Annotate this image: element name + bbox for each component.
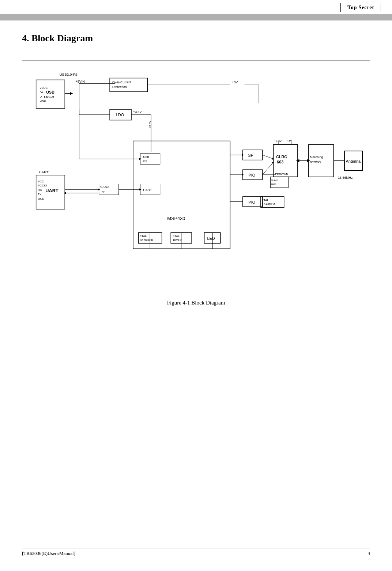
svg-line-54 bbox=[263, 155, 273, 159]
svg-text:+3.3V: +3.3V bbox=[274, 139, 282, 143]
svg-text:GND: GND bbox=[39, 99, 46, 102]
svg-text:2.0: 2.0 bbox=[143, 159, 148, 163]
svg-text:TX: TX bbox=[38, 193, 42, 196]
svg-text:case: case bbox=[271, 183, 276, 185]
svg-rect-58 bbox=[270, 177, 288, 188]
svg-text:RX: RX bbox=[38, 188, 42, 192]
section-heading: 4. Block Diagram bbox=[22, 33, 93, 44]
figure-caption: Figure 4‑1 Block Diagram bbox=[0, 300, 392, 306]
svg-text:Matching: Matching bbox=[310, 155, 323, 159]
svg-text:Protection: Protection bbox=[112, 85, 127, 89]
top-secret-label: Top Secret bbox=[347, 4, 374, 10]
svg-line-55 bbox=[263, 163, 273, 175]
svg-text:16MHz: 16MHz bbox=[173, 238, 182, 242]
svg-text:PIO: PIO bbox=[248, 173, 255, 177]
svg-text:Shield: Shield bbox=[271, 179, 278, 182]
svg-text:Mini-B: Mini-B bbox=[44, 95, 54, 99]
svg-text:UART: UART bbox=[39, 170, 49, 174]
svg-text:PDDOWN: PDDOWN bbox=[275, 173, 288, 176]
svg-text:PIO: PIO bbox=[248, 200, 255, 204]
top-secret-banner: Top Secret bbox=[340, 3, 381, 12]
svg-text:USB: USB bbox=[143, 155, 149, 159]
svg-text:CLRC: CLRC bbox=[276, 155, 287, 159]
svg-text:GND: GND bbox=[38, 197, 45, 200]
footer: [TR63036(E)User'sManual] 4 bbox=[22, 548, 370, 556]
svg-text:32.768kHz: 32.768kHz bbox=[140, 238, 154, 242]
svg-text:XTAL: XTAL bbox=[140, 234, 147, 238]
svg-text:USB: USB bbox=[46, 90, 54, 94]
svg-text:LDO: LDO bbox=[116, 113, 124, 117]
svg-text:D-: D- bbox=[39, 95, 43, 98]
svg-text:LED: LED bbox=[207, 236, 215, 241]
svg-text:INF: INF bbox=[101, 190, 106, 193]
svg-text:+5V: +5V bbox=[287, 139, 293, 143]
block-diagram-container: USB2.0-FS VBUS D+ D- GND USB Mini-B +5VI… bbox=[22, 60, 370, 286]
svg-text:SPI: SPI bbox=[248, 153, 255, 158]
header-bar bbox=[0, 14, 392, 20]
svg-text:VCCIO: VCCIO bbox=[38, 184, 47, 187]
svg-text:XTAL: XTAL bbox=[262, 198, 269, 202]
svg-text:UART: UART bbox=[45, 188, 59, 193]
svg-text:Antenna: Antenna bbox=[346, 159, 361, 163]
svg-text:3V~5V: 3V~5V bbox=[100, 186, 109, 189]
svg-text:+5VIN: +5VIN bbox=[76, 80, 85, 83]
svg-text:USB2.0-FS: USB2.0-FS bbox=[60, 72, 78, 76]
svg-text:VBUS: VBUS bbox=[39, 86, 47, 90]
block-diagram-svg: USB2.0-FS VBUS D+ D- GND USB Mini-B +5VI… bbox=[29, 67, 363, 279]
svg-text:XTAL: XTAL bbox=[173, 234, 180, 238]
svg-text:Over-Current: Over-Current bbox=[112, 80, 131, 84]
svg-text:network: network bbox=[310, 160, 321, 164]
svg-text:27.12MHz: 27.12MHz bbox=[262, 202, 275, 205]
svg-text:VCC: VCC bbox=[38, 180, 44, 183]
svg-text:MSP430: MSP430 bbox=[167, 216, 185, 221]
svg-text:+5V: +5V bbox=[232, 80, 238, 84]
svg-text:D+: D+ bbox=[39, 91, 44, 94]
svg-text:+3.3V: +3.3V bbox=[148, 121, 152, 129]
svg-text:13.56MHz: 13.56MHz bbox=[338, 176, 353, 179]
footer-page-number: 4 bbox=[368, 551, 370, 556]
svg-text:663: 663 bbox=[277, 160, 283, 164]
footer-manual-label: [TR63036(E)User'sManual] bbox=[22, 551, 75, 556]
svg-text:UART: UART bbox=[143, 188, 152, 192]
svg-text:+3.3V: +3.3V bbox=[133, 110, 142, 114]
diagram-inner: USB2.0-FS VBUS D+ D- GND USB Mini-B +5VI… bbox=[29, 67, 363, 279]
